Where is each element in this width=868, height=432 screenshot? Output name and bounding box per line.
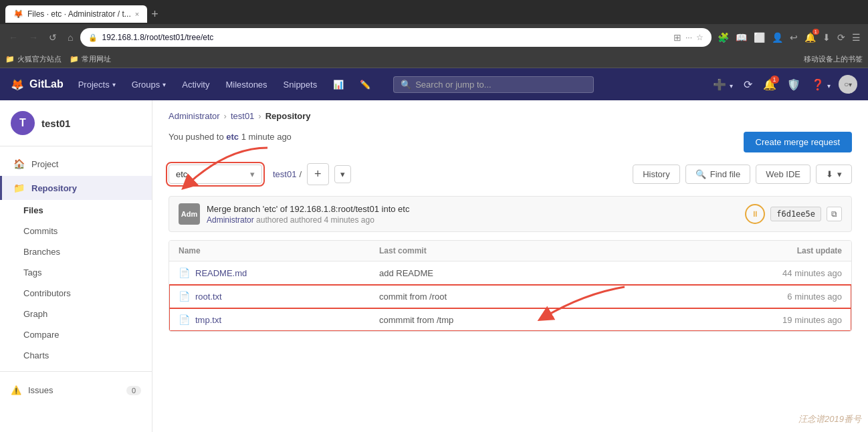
pipeline-status-icon[interactable]: ⏸ — [745, 204, 765, 224]
repo-toolbar: etc ▾ — [169, 163, 852, 185]
download-icon: ⬇ — [826, 169, 833, 179]
breadcrumb-admin[interactable]: Administrator — [169, 111, 220, 121]
copy-hash-button[interactable]: ⧉ — [827, 207, 842, 221]
forward-button[interactable]: → — [25, 30, 41, 45]
commit-action: authored — [256, 215, 288, 225]
url-text: 192.168.1.8/root/test01/tree/etc — [102, 33, 669, 42]
content-area: Administrator › test01 › Repository You … — [152, 100, 868, 432]
web-ide-label: Web IDE — [766, 169, 800, 179]
file-icon: 📄 — [179, 267, 190, 278]
plus-icon[interactable]: ➕ ▾ — [710, 76, 735, 94]
project-icon: 🏠 — [13, 158, 25, 169]
sidebar-sub-graph[interactable]: Graph — [0, 304, 152, 324]
sidebar-bottom: ⚠️ Issues 0 — [0, 371, 152, 409]
new-tab-button[interactable]: + — [151, 7, 158, 21]
sidebar-sub-charts[interactable]: Charts — [0, 345, 152, 366]
sidebar-sub-contributors[interactable]: Contributors — [0, 283, 152, 304]
push-branch-link[interactable]: etc — [226, 132, 239, 142]
issues-count: 0 — [126, 386, 141, 395]
sidebar-sub-files[interactable]: Files — [0, 200, 152, 221]
activity-label: Activity — [182, 80, 209, 90]
sidebar-sub-commits[interactable]: Commits — [0, 221, 152, 241]
help-icon[interactable]: ❓ ▾ — [808, 76, 833, 94]
sidebar-sub-compare[interactable]: Compare — [0, 324, 152, 345]
nav-activity[interactable]: Activity — [175, 76, 216, 94]
nav-pen-icon[interactable]: ✏️ — [353, 76, 377, 94]
find-file-icon: 🔍 — [695, 169, 706, 179]
menu-icon[interactable]: ☰ — [850, 30, 863, 45]
issues-icon[interactable]: 🔔1 — [760, 76, 779, 94]
table-row: 📄 root.txt commit from /root 6 minutes a… — [169, 285, 851, 308]
browser-tab[interactable]: 🦊 Files · etc · Administrator / t... × — [5, 5, 147, 23]
last-update: 19 minutes ago — [735, 315, 842, 325]
merge-icon[interactable]: ⟳ — [741, 76, 755, 94]
history-back-icon[interactable]: ↩ — [788, 30, 800, 45]
add-path-button[interactable]: + — [307, 163, 329, 185]
pen-icon: ✏️ — [360, 80, 370, 90]
file-name-readme[interactable]: 📄 README.md — [179, 267, 379, 278]
table-row: 📄 README.md add README 44 minutes ago — [169, 261, 851, 285]
gitlab-fox-icon: 🦊 — [11, 78, 24, 91]
repository-icon: 📁 — [13, 183, 25, 193]
find-file-button[interactable]: 🔍 Find file — [685, 165, 751, 184]
download-chevron: ▾ — [837, 169, 842, 179]
web-ide-button[interactable]: Web IDE — [756, 165, 810, 184]
nav-projects[interactable]: Projects ▾ — [72, 76, 122, 94]
sidebar: T test01 🏠 Project 📁 Repository Files Co… — [0, 100, 152, 432]
user-avatar[interactable]: ○ ▾ — [839, 75, 857, 94]
download-button[interactable]: ⬇ ▾ — [816, 165, 852, 184]
file-name-tmp[interactable]: 📄 tmp.txt — [179, 314, 379, 325]
branch-selector[interactable]: etc ▾ — [169, 165, 262, 184]
sync-icon[interactable]: ⟳ — [835, 30, 847, 45]
home-button[interactable]: ⌂ — [64, 30, 76, 45]
file-icon: 📄 — [179, 291, 190, 302]
last-commit: add README — [379, 268, 735, 278]
sidebar-item-project[interactable]: 🏠 Project — [0, 152, 152, 176]
sidebar-sub-tags[interactable]: Tags — [0, 262, 152, 283]
download-icon[interactable]: ⬇ — [821, 30, 833, 45]
search-bar[interactable]: 🔍 Search or jump to... — [393, 76, 594, 93]
tab-manager-icon[interactable]: ⬜ — [752, 30, 767, 45]
breadcrumb-project[interactable]: test01 — [231, 111, 254, 121]
bookmark-icon: 📁 — [70, 55, 79, 64]
notification-icon[interactable]: 🔔1 — [802, 30, 818, 45]
file-link[interactable]: tmp.txt — [195, 315, 221, 325]
path-root-link[interactable]: test01 — [273, 169, 296, 179]
file-name-root[interactable]: 📄 root.txt — [179, 291, 379, 302]
sidebar-item-issues[interactable]: ⚠️ Issues 0 — [11, 379, 141, 402]
gitlab-logo-text: GitLab — [29, 78, 64, 90]
sidebar-sub-branches[interactable]: Branches — [0, 241, 152, 262]
mobile-bookmarks[interactable]: 移动设备上的书签 — [804, 54, 863, 64]
bookmark-star-icon[interactable]: ☆ — [696, 33, 703, 42]
nav-chart-icon[interactable]: 📊 — [326, 76, 350, 94]
qr-icon[interactable]: ⊞ — [673, 32, 681, 43]
bookmark-common[interactable]: 📁 常用网址 — [70, 54, 111, 64]
last-commit: commit from /root — [379, 292, 735, 302]
address-bar[interactable]: 🔒 192.168.1.8/root/test01/tree/etc ⊞ ···… — [80, 28, 712, 47]
tab-close-btn[interactable]: × — [135, 10, 139, 18]
file-link[interactable]: README.md — [195, 268, 247, 278]
nav-snippets[interactable]: Snippets — [277, 76, 324, 94]
file-link[interactable]: root.txt — [195, 292, 222, 302]
refresh-button[interactable]: ↺ — [45, 30, 60, 45]
project-avatar: T — [11, 111, 35, 135]
path-dropdown-button[interactable]: ▾ — [334, 165, 351, 183]
bookmark-firefox[interactable]: 📁 火狐官方站点 — [5, 54, 62, 64]
create-merge-button[interactable]: Create merge request — [744, 132, 852, 152]
nav-groups[interactable]: Groups ▾ — [125, 76, 173, 94]
sidebar-nav: 🏠 Project 📁 Repository Files Commits Bra… — [0, 146, 152, 371]
more-icon[interactable]: ··· — [685, 33, 692, 42]
back-button[interactable]: ← — [5, 30, 21, 45]
gitlab-logo[interactable]: 🦊 GitLab — [11, 78, 64, 91]
bookmarks-bar: 📁 火狐官方站点 📁 常用网址 移动设备上的书签 — [0, 51, 868, 68]
commit-message: Merge branch 'etc' of 192.168.1.8:root/t… — [207, 204, 738, 214]
extensions-icon[interactable]: 🧩 — [716, 30, 731, 45]
reader-icon[interactable]: 📖 — [734, 30, 749, 45]
branch-name: etc — [176, 169, 187, 179]
todos-icon[interactable]: 🛡️ — [784, 76, 803, 94]
nav-milestones[interactable]: Milestones — [219, 76, 274, 94]
history-button[interactable]: History — [633, 165, 679, 184]
profile-icon[interactable]: 👤 — [770, 30, 785, 45]
sidebar-item-repository[interactable]: 📁 Repository — [0, 176, 152, 200]
commit-author-link[interactable]: Administrator — [207, 215, 254, 225]
